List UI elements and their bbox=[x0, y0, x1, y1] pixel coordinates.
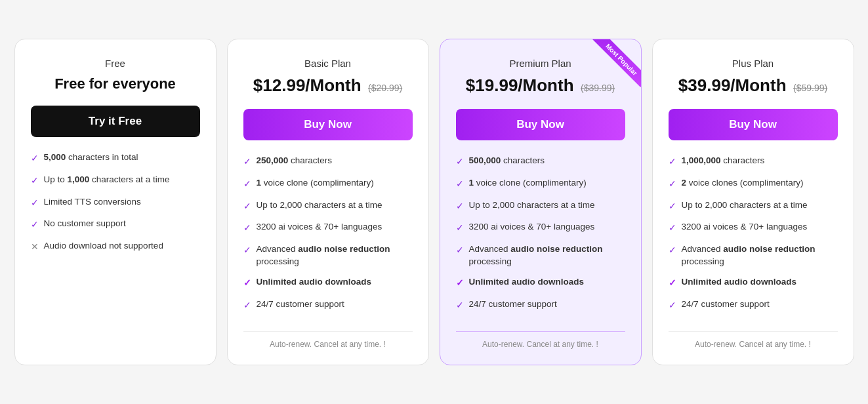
feature-item: ✓ 500,000 characters bbox=[456, 155, 625, 169]
feature-text: No customer support bbox=[44, 218, 126, 230]
feature-text: 24/7 customer support bbox=[682, 298, 770, 311]
feature-text: Advanced audio noise reduction processin… bbox=[469, 243, 625, 268]
auto-renew-basic: Auto-renew. Cancel at any time. ! bbox=[243, 331, 413, 349]
plan-card-free: Free Free for everyone Try it Free ✓ 5,0… bbox=[14, 39, 217, 365]
feature-item: ✓ 5,000 characters in total bbox=[31, 152, 200, 165]
feature-item: ✓ Unlimited audio downloads bbox=[669, 276, 838, 290]
plan-price-plus: $39.99/Month bbox=[678, 75, 787, 95]
feature-item: ✓ 2 voice clones (complimentary) bbox=[669, 177, 838, 191]
feature-text: Advanced audio noise reduction processin… bbox=[682, 243, 838, 268]
plan-card-basic: Basic Plan $12.99/Month ($20.99) Buy Now… bbox=[227, 39, 429, 365]
feature-text: 1 voice clone (complimentary) bbox=[257, 177, 374, 190]
feature-text: 2 voice clones (complimentary) bbox=[682, 177, 804, 190]
feature-item: ✓ Unlimited audio downloads bbox=[456, 276, 625, 290]
most-popular-badge-wrap: Most Popular bbox=[582, 39, 641, 98]
check-icon: ✓ bbox=[31, 218, 39, 232]
check-icon: ✓ bbox=[669, 155, 676, 169]
features-list-free: ✓ 5,000 characters in total ✓ Up to 1,00… bbox=[31, 152, 200, 348]
plan-name-free: Free bbox=[31, 58, 200, 69]
plan-original-price-plus: ($59.99) bbox=[793, 83, 827, 93]
check-icon: ✓ bbox=[669, 222, 676, 235]
feature-text: Up to 2,000 characters at a time bbox=[257, 199, 382, 212]
plan-name-basic: Basic Plan bbox=[243, 58, 413, 69]
check-icon: ✓ bbox=[669, 244, 676, 257]
check-icon: ✓ bbox=[456, 200, 464, 213]
feature-item: ✓ 24/7 customer support bbox=[243, 298, 413, 312]
check-icon: ✓ bbox=[669, 178, 676, 191]
plan-name-plus: Plus Plan bbox=[669, 58, 838, 69]
feature-item: ✓ Advanced audio noise reduction process… bbox=[456, 243, 625, 268]
plan-price-basic: $12.99/Month bbox=[253, 75, 362, 95]
feature-text: 3200 ai voices & 70+ languages bbox=[257, 221, 382, 233]
plan-price-row-basic: $12.99/Month ($20.99) bbox=[243, 75, 413, 96]
feature-text: Unlimited audio downloads bbox=[257, 276, 372, 289]
plan-card-plus: Plus Plan $39.99/Month ($59.99) Buy Now … bbox=[652, 39, 854, 365]
check-icon: ✓ bbox=[243, 178, 251, 191]
check-icon: ✓ bbox=[669, 277, 676, 290]
buy-now-button-plus[interactable]: Buy Now bbox=[669, 109, 838, 140]
feature-text: Unlimited audio downloads bbox=[682, 276, 797, 289]
check-icon: ✓ bbox=[669, 200, 676, 213]
feature-item: ✓ 24/7 customer support bbox=[456, 298, 625, 312]
check-icon: ✓ bbox=[243, 200, 251, 213]
feature-text: Up to 1,000 characters at a time bbox=[44, 174, 170, 186]
most-popular-badge: Most Popular bbox=[589, 39, 641, 87]
feature-item: ✓ 3200 ai voices & 70+ languages bbox=[456, 221, 625, 235]
features-list-plus: ✓ 1,000,000 characters ✓ 2 voice clones … bbox=[669, 155, 838, 320]
auto-renew-premium: Auto-renew. Cancel at any time. ! bbox=[456, 331, 625, 349]
feature-item: ✓ Up to 2,000 characters at a time bbox=[669, 199, 838, 213]
feature-item: ✓ 1 voice clone (complimentary) bbox=[243, 177, 413, 191]
feature-text: 5,000 characters in total bbox=[44, 152, 138, 164]
feature-text: Up to 2,000 characters at a time bbox=[469, 199, 595, 212]
feature-item: ✓ 1 voice clone (complimentary) bbox=[456, 177, 625, 191]
check-icon: ✓ bbox=[243, 277, 251, 290]
check-icon: ✓ bbox=[456, 178, 464, 191]
feature-item: ✓ Advanced audio noise reduction process… bbox=[669, 243, 838, 268]
feature-item: ✓ Up to 2,000 characters at a time bbox=[456, 199, 625, 213]
feature-item: ✓ Up to 1,000 characters at a time bbox=[31, 174, 200, 188]
buy-now-button-premium[interactable]: Buy Now bbox=[456, 109, 625, 140]
feature-text: Up to 2,000 characters at a time bbox=[682, 199, 808, 212]
feature-text: Advanced audio noise reduction processin… bbox=[257, 243, 413, 268]
check-icon: ✓ bbox=[31, 174, 39, 188]
check-icon: ✓ bbox=[243, 155, 251, 169]
feature-text: 24/7 customer support bbox=[469, 298, 557, 311]
check-icon: ✓ bbox=[243, 222, 251, 235]
check-icon: ✓ bbox=[243, 299, 251, 312]
auto-renew-plus: Auto-renew. Cancel at any time. ! bbox=[669, 331, 838, 349]
check-icon: ✓ bbox=[456, 244, 464, 257]
feature-item: ✓ No customer support bbox=[31, 218, 200, 232]
check-icon: ✓ bbox=[31, 152, 39, 165]
check-icon: ✓ bbox=[456, 222, 464, 235]
feature-item: ✓ Advanced audio noise reduction process… bbox=[243, 243, 413, 268]
plan-original-price-basic: ($20.99) bbox=[368, 83, 402, 93]
check-icon: ✓ bbox=[456, 155, 464, 169]
feature-text: 1 voice clone (complimentary) bbox=[469, 177, 587, 190]
feature-text: 3200 ai voices & 70+ languages bbox=[469, 221, 595, 233]
features-list-premium: ✓ 500,000 characters ✓ 1 voice clone (co… bbox=[456, 155, 625, 320]
pricing-container: Free Free for everyone Try it Free ✓ 5,0… bbox=[14, 39, 854, 365]
check-icon: ✓ bbox=[456, 277, 464, 290]
feature-item: ✓ 3200 ai voices & 70+ languages bbox=[243, 221, 413, 235]
feature-text: 250,000 characters bbox=[257, 155, 333, 167]
feature-item: ✕ Audio download not supported bbox=[31, 240, 200, 254]
feature-text: 500,000 characters bbox=[469, 155, 545, 167]
feature-text: 24/7 customer support bbox=[257, 298, 344, 311]
check-icon: ✓ bbox=[31, 197, 39, 210]
feature-item: ✓ 250,000 characters bbox=[243, 155, 413, 169]
try-free-button[interactable]: Try it Free bbox=[31, 106, 200, 137]
cross-icon: ✕ bbox=[31, 241, 39, 254]
feature-item: ✓ 24/7 customer support bbox=[669, 298, 838, 312]
feature-text: 1,000,000 characters bbox=[682, 155, 765, 167]
feature-item: ✓ 1,000,000 characters bbox=[669, 155, 838, 169]
plan-subtitle-free: Free for everyone bbox=[31, 75, 200, 92]
buy-now-button-basic[interactable]: Buy Now bbox=[243, 109, 413, 140]
feature-text: Audio download not supported bbox=[44, 240, 163, 253]
feature-item: ✓ Up to 2,000 characters at a time bbox=[243, 199, 413, 213]
check-icon: ✓ bbox=[456, 299, 464, 312]
plan-card-premium: Most Popular Premium Plan $19.99/Month (… bbox=[440, 39, 642, 365]
features-list-basic: ✓ 250,000 characters ✓ 1 voice clone (co… bbox=[243, 155, 413, 320]
feature-text: 3200 ai voices & 70+ languages bbox=[682, 221, 808, 233]
feature-text: Limited TTS conversions bbox=[44, 196, 141, 209]
feature-item: ✓ Unlimited audio downloads bbox=[243, 276, 413, 290]
